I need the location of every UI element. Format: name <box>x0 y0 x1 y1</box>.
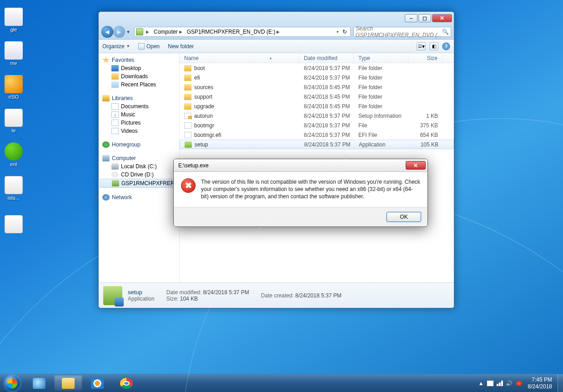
minimize-button[interactable]: – <box>405 14 417 22</box>
file-size: 105 KB <box>409 141 443 148</box>
inf-icon <box>184 113 191 119</box>
file-name: autorun <box>194 113 213 119</box>
desktop-icon[interactable]: me <box>2 35 25 67</box>
desktop-icon[interactable]: gle <box>2 1 25 34</box>
search-input[interactable]: Search GSP1RMCHPXFRER_EN_DVD (... 🔍 <box>353 27 451 37</box>
file-date: 8/24/2018 5:37 PM <box>299 132 354 138</box>
details-size-label: Size: <box>166 296 179 302</box>
nav-item-recent[interactable]: Recent Places <box>99 80 179 89</box>
pictures-icon <box>111 120 119 126</box>
nav-libraries[interactable]: Libraries <box>99 94 179 102</box>
file-name: upgrade <box>194 103 214 110</box>
dialog-close-button[interactable]: ✕ <box>406 161 426 170</box>
details-created-label: Date created: <box>261 292 294 299</box>
column-date[interactable]: Date modified <box>299 53 354 63</box>
file-size: 375 KB <box>408 122 442 129</box>
taskbar-chrome[interactable] <box>112 375 141 391</box>
address-dropdown[interactable]: ▾ <box>335 29 341 35</box>
desktop-icon[interactable]: le <box>2 102 25 135</box>
nav-network[interactable]: Network <box>99 193 179 201</box>
action-center-icon[interactable] <box>487 381 493 386</box>
refresh-button[interactable]: ↻ <box>341 28 349 35</box>
new-folder-button[interactable]: New folder <box>168 43 194 50</box>
maximize-button[interactable]: ◻ <box>418 14 431 22</box>
file-row[interactable]: boot8/24/2018 5:37 PMFile folder <box>180 63 454 73</box>
forward-button[interactable]: ► <box>113 26 125 38</box>
file-date: 8/24/2018 5:37 PM <box>299 65 354 71</box>
file-type: File folder <box>354 94 408 100</box>
volume-icon[interactable]: 🔊 <box>506 381 513 386</box>
breadcrumb-computer[interactable]: Computer▶ <box>152 28 184 35</box>
nav-homegroup[interactable]: Homegroup <box>99 141 179 149</box>
file-row[interactable]: efi8/24/2018 5:37 PMFile folder <box>180 73 454 82</box>
clock[interactable]: 7:45 PM 8/24/2018 <box>525 377 555 390</box>
file-row[interactable]: setup8/24/2018 5:37 PMApplication105 KB <box>180 140 454 149</box>
column-type[interactable]: Type <box>354 53 408 63</box>
nav-item-music[interactable]: ♪Music <box>99 111 179 119</box>
back-button[interactable]: ◄ <box>101 26 113 38</box>
address-bar[interactable]: ▶ Computer▶ GSP1RMCHPXFRER_EN_DVD (E:)▶ … <box>134 27 351 37</box>
desktop-icon[interactable]: ent <box>2 136 25 168</box>
nav-item-documents[interactable]: Documents <box>99 102 179 111</box>
setup-icon <box>185 141 192 148</box>
organize-button[interactable]: Organize▼ <box>102 43 130 50</box>
nav-item-dvd-drive[interactable]: GSP1RMCHPXFRER_... <box>100 179 178 188</box>
file-name: bootmgr <box>194 122 214 129</box>
nav-item-cd-drive[interactable]: CD Drive (D:) <box>99 171 179 179</box>
details-pane: setup Application Date modified: 8/24/20… <box>99 282 454 308</box>
computer-icon <box>102 155 110 161</box>
help-button[interactable]: ? <box>442 42 450 50</box>
file-size: 1 KB <box>408 113 442 119</box>
file-name: efi <box>194 75 200 81</box>
file-type: File folder <box>354 65 408 71</box>
nav-computer[interactable]: Computer <box>99 154 179 162</box>
error-dialog: E:\setup.exe ✕ ✖ The version of this fil… <box>173 159 428 227</box>
file-row[interactable]: support8/24/2018 5:45 PMFile folder <box>180 92 454 101</box>
alert-icon[interactable] <box>516 381 522 386</box>
file-name: boot <box>194 65 205 71</box>
nav-item-pictures[interactable]: Pictures <box>99 119 179 127</box>
ok-button[interactable]: OK <box>387 212 421 222</box>
preview-pane-button[interactable]: ◧ <box>429 42 438 50</box>
details-modified: 8/24/2018 5:37 PM <box>203 289 249 296</box>
nav-item-local-disk[interactable]: Local Disk (C:) <box>99 162 179 171</box>
title-bar[interactable]: – ◻ ✕ <box>99 12 454 25</box>
file-date: 8/24/2018 5:37 PM <box>300 141 354 148</box>
desktop-icon[interactable]: rISO <box>2 68 25 101</box>
column-name[interactable]: Name▴ <box>180 53 299 63</box>
search-icon[interactable]: 🔍 <box>442 29 449 35</box>
taskbar-ie[interactable] <box>25 375 53 391</box>
file-type: Application <box>354 141 409 148</box>
taskbar-wmp[interactable] <box>83 375 111 391</box>
network-icon[interactable] <box>497 381 503 386</box>
file-row[interactable]: upgrade8/24/2018 5:45 PMFile folder <box>180 101 454 111</box>
breadcrumb-sep[interactable]: ▶ <box>144 29 151 35</box>
close-button[interactable]: ✕ <box>432 14 452 22</box>
column-headers: Name▴ Date modified Type Size <box>180 53 454 63</box>
file-type: File <box>354 122 408 129</box>
file-date: 8/24/2018 5:45 PM <box>299 84 354 90</box>
view-button[interactable]: ☳ ▾ <box>417 42 426 50</box>
file-row[interactable]: bootmgr8/24/2018 5:37 PMFile375 KB <box>180 121 454 130</box>
nav-item-desktop[interactable]: Desktop <box>99 64 179 72</box>
nav-history-dropdown[interactable]: ▾ <box>125 27 131 36</box>
windows-orb-icon <box>5 376 20 391</box>
desktop-icon[interactable]: ista... <box>2 169 25 202</box>
file-row[interactable]: sources8/24/2018 5:45 PMFile folder <box>180 82 454 92</box>
nav-favorites[interactable]: Favorites <box>99 56 179 64</box>
file-row[interactable]: autorun8/24/2018 5:37 PMSetup Informatio… <box>180 111 454 121</box>
taskbar-explorer[interactable] <box>54 375 82 391</box>
dialog-title-bar[interactable]: E:\setup.exe ✕ <box>174 159 427 172</box>
start-button[interactable] <box>0 374 25 392</box>
address-actions: ▾ ↻ <box>335 28 349 35</box>
file-row[interactable]: bootmgr.efi8/24/2018 5:37 PMEFI File654 … <box>180 130 454 140</box>
nav-item-videos[interactable]: Videos <box>99 127 179 135</box>
tray-overflow-button[interactable]: ▲ <box>478 380 484 387</box>
open-button[interactable]: Open <box>138 43 160 50</box>
ultraiso-icon <box>5 75 23 93</box>
breadcrumb-drive[interactable]: GSP1RMCHPXFRER_EN_DVD (E:)▶ <box>185 28 282 35</box>
show-desktop-button[interactable] <box>558 374 563 392</box>
column-size[interactable]: Size <box>408 53 442 63</box>
desktop-icon[interactable] <box>2 203 25 236</box>
nav-item-downloads[interactable]: Downloads <box>99 72 179 80</box>
